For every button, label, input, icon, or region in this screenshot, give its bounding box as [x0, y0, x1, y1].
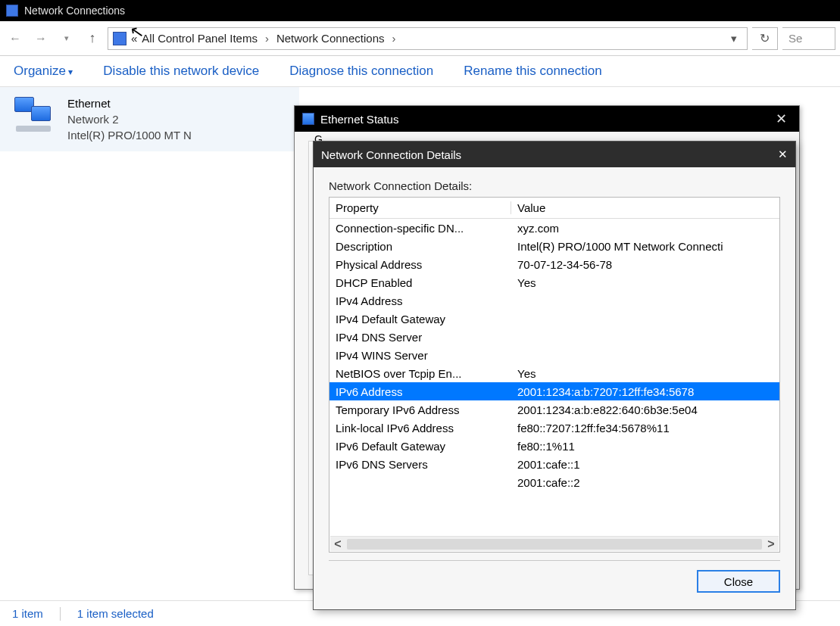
details-title: Network Connection Details — [321, 148, 461, 161]
details-row[interactable]: Temporary IPv6 Address2001:1234:a:b:e822… — [329, 400, 779, 419]
details-row-property: Connection-specific DN... — [329, 222, 511, 235]
scroll-left-icon[interactable]: < — [330, 537, 345, 551]
details-rows: Connection-specific DN...xyz.comDescript… — [329, 219, 779, 491]
status-separator — [60, 607, 61, 621]
details-row[interactable]: IPv4 DNS Server — [329, 328, 779, 346]
details-row[interactable]: IPv6 Address2001:1234:a:b:7207:12ff:fe34… — [329, 382, 779, 400]
divider — [329, 560, 780, 561]
disable-device-button[interactable]: Disable this network device — [103, 64, 259, 79]
nav-back-icon[interactable]: ← — [5, 28, 26, 49]
ethernet-status-title: Ethernet Status — [320, 113, 398, 126]
details-row[interactable]: 2001:cafe::2 — [329, 473, 779, 491]
nav-recent-icon[interactable]: ▾ — [56, 28, 77, 49]
details-row-value: 70-07-12-34-56-78 — [511, 258, 779, 271]
network-adapter-icon — [11, 95, 57, 135]
details-row-property: Description — [329, 240, 511, 253]
close-icon[interactable]: ✕ — [771, 111, 792, 127]
connection-name: Ethernet — [67, 95, 192, 111]
details-row-value: 2001:1234:a:b:7207:12ff:fe34:5678 — [511, 385, 779, 398]
details-row[interactable]: IPv4 WINS Server — [329, 346, 779, 364]
status-item-count: 1 item — [12, 607, 43, 620]
window-title: Network Connections — [24, 5, 125, 17]
details-row-property: DHCP Enabled — [329, 276, 511, 289]
details-list-header: Property Value — [329, 198, 779, 219]
column-value[interactable]: Value — [511, 201, 779, 214]
chevron-right-icon[interactable]: › — [389, 32, 399, 45]
status-selected-count: 1 item selected — [77, 607, 154, 620]
diagnose-connection-button[interactable]: Diagnose this connection — [289, 64, 433, 79]
details-row-property: Physical Address — [329, 258, 511, 271]
nav-up-icon[interactable]: ↑ — [82, 28, 103, 49]
search-input[interactable]: Se — [782, 27, 835, 50]
breadcrumb-glyph: « — [131, 32, 137, 45]
column-property[interactable]: Property — [329, 201, 511, 214]
details-row-property: IPv6 DNS Servers — [329, 458, 511, 471]
details-row[interactable]: DescriptionIntel(R) PRO/1000 MT Network … — [329, 237, 779, 255]
details-row-value: 2001:cafe::1 — [511, 458, 779, 471]
close-icon[interactable]: ✕ — [778, 148, 788, 161]
details-row-value: fe80::7207:12ff:fe34:5678%11 — [511, 422, 779, 434]
details-row[interactable]: IPv6 Default Gatewayfe80::1%11 — [329, 437, 779, 455]
details-titlebar[interactable]: Network Connection Details ✕ — [314, 142, 795, 167]
details-row-value: fe80::1%11 — [511, 440, 779, 453]
connection-item[interactable]: Ethernet Network 2 Intel(R) PRO/1000 MT … — [0, 87, 299, 151]
address-dropdown-icon[interactable]: ▾ — [726, 32, 742, 45]
details-row[interactable]: DHCP EnabledYes — [329, 273, 779, 291]
details-row-property: IPv6 Default Gateway — [329, 440, 511, 453]
details-row-property: IPv4 Address — [329, 294, 511, 307]
window-titlebar: Network Connections — [0, 0, 840, 21]
details-row[interactable]: Link-local IPv6 Addressfe80::7207:12ff:f… — [329, 419, 779, 437]
close-button[interactable]: Close — [697, 570, 780, 593]
details-row-property: NetBIOS over Tcpip En... — [329, 367, 511, 380]
connection-details-dialog: Network Connection Details ✕ Network Con… — [313, 141, 796, 610]
connection-adapter: Intel(R) PRO/1000 MT N — [67, 127, 192, 143]
details-row-value: Yes — [511, 367, 779, 380]
connection-network: Network 2 — [67, 111, 192, 127]
nav-row: ← → ▾ ↑ « All Control Panel Items › Netw… — [0, 21, 840, 56]
details-row-value: 2001:1234:a:b:e822:640:6b3e:5e04 — [511, 403, 779, 416]
details-row-property: IPv4 WINS Server — [329, 349, 511, 362]
details-row[interactable]: IPv6 DNS Servers2001:cafe::1 — [329, 455, 779, 473]
details-row[interactable]: Connection-specific DN...xyz.com — [329, 219, 779, 237]
nav-forward-icon[interactable]: → — [30, 28, 52, 49]
scroll-track[interactable] — [347, 539, 762, 550]
details-row[interactable]: IPv4 Address — [329, 291, 779, 310]
details-row-property: Link-local IPv6 Address — [329, 422, 511, 434]
details-row-value: xyz.com — [511, 222, 779, 235]
details-row-property: IPv6 Address — [329, 385, 511, 398]
details-row-value: Intel(R) PRO/1000 MT Network Connecti — [511, 240, 779, 253]
details-row[interactable]: Physical Address70-07-12-34-56-78 — [329, 255, 779, 273]
rename-connection-button[interactable]: Rename this connection — [464, 64, 601, 79]
breadcrumb-item-1[interactable]: All Control Panel Items — [142, 32, 258, 45]
organize-menu[interactable]: Organize — [14, 64, 73, 79]
chevron-right-icon[interactable]: › — [262, 32, 272, 45]
details-list: Property Value Connection-specific DN...… — [329, 197, 780, 553]
scroll-right-icon[interactable]: > — [763, 537, 779, 551]
details-row-value: 2001:cafe::2 — [511, 476, 779, 489]
address-bar[interactable]: « All Control Panel Items › Network Conn… — [108, 27, 748, 50]
command-bar: Organize Disable this network device Dia… — [0, 56, 840, 87]
details-row-property: Temporary IPv6 Address — [329, 403, 511, 416]
details-caption: Network Connection Details: — [329, 179, 780, 192]
details-row-property: IPv4 Default Gateway — [329, 313, 511, 325]
ethernet-status-icon — [302, 113, 314, 125]
horizontal-scrollbar[interactable]: < > — [330, 536, 779, 551]
connection-text: Ethernet Network 2 Intel(R) PRO/1000 MT … — [67, 95, 192, 143]
breadcrumb-item-2[interactable]: Network Connections — [276, 32, 385, 45]
details-row[interactable]: IPv4 Default Gateway — [329, 310, 779, 328]
details-row-property: IPv4 DNS Server — [329, 331, 511, 344]
details-row[interactable]: NetBIOS over Tcpip En...Yes — [329, 364, 779, 382]
ethernet-status-titlebar[interactable]: Ethernet Status ✕ — [295, 106, 799, 132]
refresh-button[interactable]: ↻ — [752, 27, 778, 50]
details-row-value: Yes — [511, 276, 779, 289]
search-placeholder: Se — [788, 32, 802, 45]
address-folder-icon — [113, 32, 126, 45]
window-icon — [6, 5, 18, 17]
